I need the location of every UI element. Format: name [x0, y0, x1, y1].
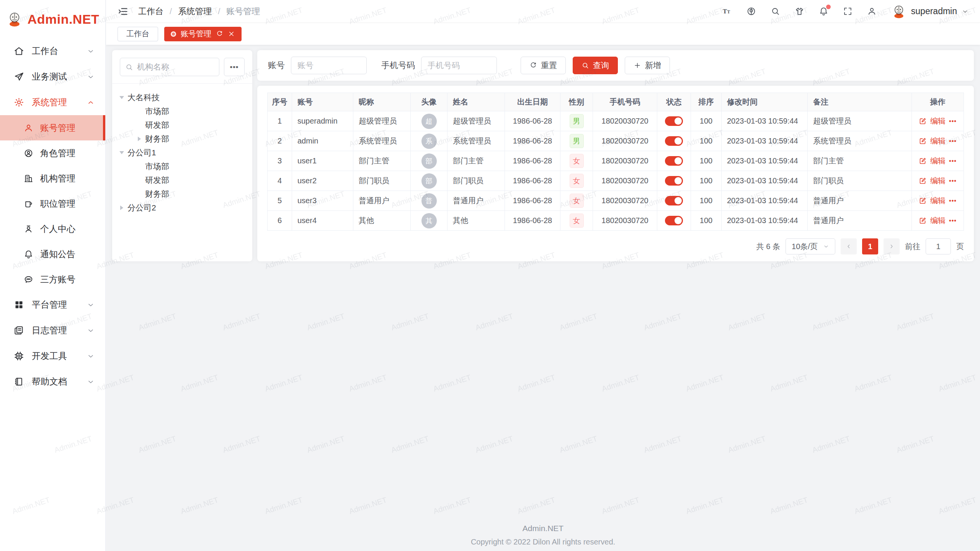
tab-workbench[interactable]: 工作台	[118, 27, 158, 41]
cell-gender: 男	[560, 131, 593, 151]
fullscreen-icon[interactable]	[843, 7, 853, 16]
book-icon	[14, 377, 24, 387]
refresh-icon[interactable]	[216, 30, 223, 37]
search-icon	[125, 63, 133, 71]
tree-node-7[interactable]: 财务部	[116, 187, 248, 201]
brand-name: Admin.NET	[28, 12, 100, 27]
cell-avatar: 部	[411, 171, 448, 191]
home-icon	[14, 46, 24, 56]
tree-node-0[interactable]: 大名科技	[116, 91, 248, 104]
reset-label: 重置	[541, 60, 557, 71]
role-icon	[24, 148, 33, 158]
next-page-button[interactable]	[884, 238, 900, 254]
edit-button[interactable]: 编辑	[930, 196, 946, 206]
tree-node-8[interactable]: 分公司2	[116, 201, 248, 215]
status-toggle[interactable]	[665, 176, 683, 186]
send-icon	[14, 72, 24, 82]
cell-account: user4	[292, 211, 353, 230]
sidebar-item-5[interactable]: 机构管理	[0, 166, 105, 191]
sidebar-item-6[interactable]: 职位管理	[0, 191, 105, 216]
account-input[interactable]	[291, 57, 367, 74]
status-toggle[interactable]	[665, 136, 683, 146]
more-actions-button[interactable]: •••	[949, 217, 957, 224]
more-actions-button[interactable]: •••	[949, 138, 957, 145]
cell-nickname: 其他	[353, 211, 411, 230]
cell-actions: 编辑•••	[912, 191, 964, 210]
tree-node-3[interactable]: 财务部	[116, 132, 248, 146]
tree-node-5[interactable]: 市场部	[116, 160, 248, 173]
edit-button[interactable]: 编辑	[930, 116, 946, 126]
status-toggle[interactable]	[665, 216, 683, 225]
accounts-table: 序号账号昵称头像姓名出生日期性别手机号码状态排序修改时间备注操作 1supera…	[267, 93, 964, 231]
page-size-select[interactable]: 10条/页	[786, 238, 835, 254]
gear-icon	[14, 97, 24, 108]
font-size-icon[interactable]: TT	[722, 7, 732, 16]
caret-right-icon	[120, 205, 123, 210]
sidebar-item-11[interactable]: 日志管理	[0, 318, 105, 343]
sidebar-item-label: 系统管理	[32, 96, 67, 108]
prev-page-button[interactable]	[841, 238, 857, 254]
status-toggle[interactable]	[665, 116, 683, 126]
sidebar-item-0[interactable]: 工作台	[0, 38, 105, 64]
sidebar-item-3[interactable]: 账号管理	[0, 115, 105, 140]
language-icon[interactable]	[746, 7, 756, 16]
add-button[interactable]: 新增	[625, 57, 670, 74]
cell-account: admin	[292, 131, 353, 151]
notification-icon[interactable]	[819, 7, 828, 16]
status-toggle[interactable]	[665, 196, 683, 205]
gender-badge: 女	[570, 214, 584, 228]
close-icon[interactable]	[228, 30, 235, 37]
cell-seq: 1	[268, 111, 292, 131]
sidebar-item-10[interactable]: 平台管理	[0, 292, 105, 318]
breadcrumb-item[interactable]: 工作台	[138, 6, 163, 17]
sidebar-item-13[interactable]: 帮助文档	[0, 369, 105, 395]
tree-node-4[interactable]: 分公司1	[116, 146, 248, 160]
profile-icon[interactable]	[867, 7, 877, 16]
user-menu[interactable]: superadmin	[891, 4, 969, 19]
cell-modified: 2023-01-03 10:59:44	[722, 171, 808, 191]
edit-button[interactable]: 编辑	[930, 156, 946, 166]
search-icon[interactable]	[771, 7, 780, 16]
cell-sort: 100	[691, 111, 722, 131]
sidebar-item-9[interactable]: 三方账号	[0, 267, 105, 292]
menu-collapse-icon[interactable]	[118, 6, 128, 17]
goto-page-input[interactable]	[926, 238, 951, 254]
more-actions-button[interactable]: •••	[949, 118, 957, 125]
phone-input[interactable]	[421, 57, 497, 74]
plus-icon	[634, 62, 641, 69]
page-footer: Admin.NET Copyright © 2022 Dilon All rig…	[106, 524, 980, 546]
org-search-input[interactable]	[137, 62, 214, 72]
edit-button[interactable]: 编辑	[930, 176, 946, 186]
more-actions-button[interactable]: •••	[949, 197, 957, 204]
tree-node-6[interactable]: 研发部	[116, 173, 248, 187]
sidebar-item-4[interactable]: 角色管理	[0, 140, 105, 166]
cell-sort: 100	[691, 171, 722, 191]
sidebar-item-7[interactable]: 个人中心	[0, 216, 105, 241]
edit-icon	[919, 217, 927, 225]
tab-account-management[interactable]: 账号管理	[164, 27, 242, 41]
column-header-account: 账号	[292, 93, 353, 111]
cell-phone: 18020030720	[593, 191, 657, 210]
tree-more-button[interactable]: •••	[224, 58, 245, 76]
position-icon	[24, 199, 33, 209]
sidebar-item-1[interactable]: 业务测试	[0, 64, 105, 90]
sidebar-item-2[interactable]: 系统管理	[0, 90, 105, 115]
tree-node-1[interactable]: 市场部	[116, 104, 248, 118]
edit-button[interactable]: 编辑	[930, 136, 946, 146]
chevron-down-icon	[962, 8, 969, 15]
sidebar-item-12[interactable]: 开发工具	[0, 343, 105, 369]
theme-icon[interactable]	[795, 7, 804, 16]
reset-button[interactable]: 重置	[521, 57, 566, 74]
page-button-1[interactable]: 1	[862, 238, 878, 254]
query-button[interactable]: 查询	[573, 57, 618, 74]
tree-node-2[interactable]: 研发部	[116, 118, 248, 132]
breadcrumb-item[interactable]: 系统管理	[178, 6, 212, 17]
edit-button[interactable]: 编辑	[930, 215, 946, 226]
app-logo[interactable]: Admin.NET	[0, 0, 105, 38]
more-actions-button[interactable]: •••	[949, 158, 957, 165]
status-toggle[interactable]	[665, 156, 683, 166]
cell-birth: 1986-06-28	[505, 131, 560, 151]
cell-seq: 5	[268, 191, 292, 210]
more-actions-button[interactable]: •••	[949, 178, 957, 184]
sidebar-item-8[interactable]: 通知公告	[0, 241, 105, 267]
